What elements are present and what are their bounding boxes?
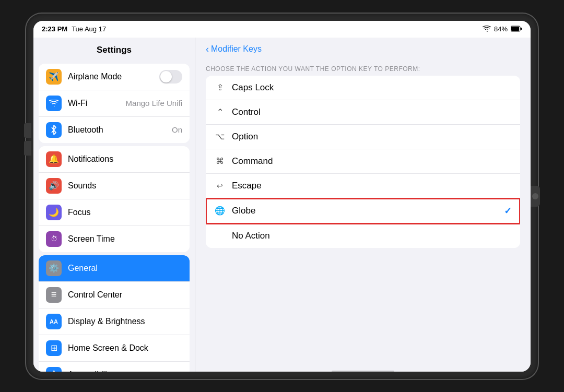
control-center-label: Control Center xyxy=(68,290,182,300)
volume-buttons xyxy=(24,123,31,156)
option-control[interactable]: ⌃ Control xyxy=(206,100,520,125)
nav-bar: ‹ Modifier Keys xyxy=(195,38,531,59)
option-caps-lock[interactable]: ⇪ Caps Lock xyxy=(206,76,520,100)
no-action-label: No Action xyxy=(232,231,512,241)
back-button[interactable]: ‹ Modifier Keys xyxy=(206,44,520,55)
globe-label: Globe xyxy=(232,206,504,216)
main-content: Settings ✈️ Airplane Mode xyxy=(33,38,531,372)
option-no-action[interactable]: No Action xyxy=(206,224,520,248)
battery-icon xyxy=(511,25,522,34)
control-center-icon: ≡ xyxy=(46,287,62,303)
section-header: CHOOSE THE ACTION YOU WANT THE OPTION KE… xyxy=(195,59,531,76)
home-bar xyxy=(332,371,394,372)
option-globe[interactable]: 🌐 Globe ✓ xyxy=(206,198,520,224)
battery-level: 84% xyxy=(494,25,508,33)
caps-lock-icon: ⇪ xyxy=(214,82,226,92)
sidebar: Settings ✈️ Airplane Mode xyxy=(33,38,195,372)
command-icon: ⌘ xyxy=(214,156,226,166)
status-date: Tue Aug 17 xyxy=(72,25,106,33)
sidebar-item-general[interactable]: ⚙️ General xyxy=(39,255,190,282)
focus-label: Focus xyxy=(68,208,182,217)
sidebar-group-2: 🔔 Notifications 🔊 Sounds 🌙 Focus ⏱ Scree… xyxy=(39,146,190,252)
sidebar-item-screen-time[interactable]: ⏱ Screen Time xyxy=(39,226,190,252)
back-chevron-icon: ‹ xyxy=(206,44,209,55)
sidebar-item-sounds[interactable]: 🔊 Sounds xyxy=(39,173,190,199)
sidebar-group-1: ✈️ Airplane Mode xyxy=(39,64,190,143)
control-label: Control xyxy=(232,107,512,117)
notifications-icon: 🔔 xyxy=(46,151,62,167)
sidebar-item-wifi[interactable]: Wi-Fi Mango Life Unifi xyxy=(39,90,190,117)
general-icon: ⚙️ xyxy=(46,260,62,276)
accessibility-icon xyxy=(46,367,62,372)
display-label: Display & Brightness xyxy=(68,317,182,326)
wifi-setting-icon xyxy=(46,96,62,111)
option-key-icon: ⌥ xyxy=(214,132,226,141)
caps-lock-label: Caps Lock xyxy=(232,82,512,93)
option-command[interactable]: ⌘ Command xyxy=(206,149,520,174)
screen-time-icon: ⏱ xyxy=(46,231,62,247)
status-right: 84% xyxy=(483,25,522,34)
home-indicator xyxy=(195,356,531,372)
sidebar-group-3: ⚙️ General ≡ Control Center AA Display &… xyxy=(39,255,190,372)
escape-label: Escape xyxy=(232,181,512,191)
sidebar-title: Settings xyxy=(33,38,195,61)
bluetooth-icon xyxy=(46,122,62,138)
sidebar-item-display[interactable]: AA Display & Brightness xyxy=(39,308,190,335)
status-bar: 2:23 PM Tue Aug 17 84% xyxy=(33,21,531,38)
option-option[interactable]: ⌥ Option xyxy=(206,125,520,149)
status-time: 2:23 PM xyxy=(42,25,67,33)
wifi-value: Mango Life Unifi xyxy=(126,99,182,108)
control-icon: ⌃ xyxy=(214,107,226,117)
general-label: General xyxy=(68,264,182,273)
option-escape[interactable]: ↩ Escape xyxy=(206,174,520,198)
svg-point-3 xyxy=(53,371,55,372)
bluetooth-value: On xyxy=(172,125,182,134)
home-screen-icon: ⊞ xyxy=(46,340,62,356)
home-screen-label: Home Screen & Dock xyxy=(68,343,182,353)
option-label: Option xyxy=(232,132,512,142)
notifications-label: Notifications xyxy=(68,155,182,164)
side-button xyxy=(531,186,540,207)
command-label: Command xyxy=(232,156,512,167)
airplane-label: Airplane Mode xyxy=(68,72,159,81)
sidebar-item-control-center[interactable]: ≡ Control Center xyxy=(39,282,190,308)
options-list: ⇪ Caps Lock ⌃ Control ⌥ Option xyxy=(206,76,520,248)
ipad-frame: 2:23 PM Tue Aug 17 84% xyxy=(26,14,538,379)
sounds-label: Sounds xyxy=(68,181,182,191)
sidebar-item-airplane[interactable]: ✈️ Airplane Mode xyxy=(39,64,190,90)
ipad-screen: 2:23 PM Tue Aug 17 84% xyxy=(33,21,531,372)
back-label: Modifier Keys xyxy=(211,44,262,54)
right-panel: ‹ Modifier Keys CHOOSE THE ACTION YOU WA… xyxy=(195,38,531,372)
airplane-icon: ✈️ xyxy=(46,69,62,85)
screen-time-label: Screen Time xyxy=(68,234,182,244)
accessibility-label: Accessibility xyxy=(68,370,182,372)
svg-rect-1 xyxy=(511,27,519,31)
svg-rect-2 xyxy=(521,28,522,30)
globe-icon: 🌐 xyxy=(214,206,226,216)
sidebar-item-focus[interactable]: 🌙 Focus xyxy=(39,199,190,226)
sidebar-item-accessibility[interactable]: Accessibility xyxy=(39,362,190,372)
sidebar-item-home-screen[interactable]: ⊞ Home Screen & Dock xyxy=(39,335,190,362)
focus-icon: 🌙 xyxy=(46,205,62,220)
wifi-icon xyxy=(483,25,491,33)
sidebar-item-bluetooth[interactable]: Bluetooth On xyxy=(39,117,190,143)
display-icon: AA xyxy=(46,314,62,329)
checkmark-icon: ✓ xyxy=(504,205,512,217)
sidebar-item-notifications[interactable]: 🔔 Notifications xyxy=(39,146,190,173)
escape-icon: ↩ xyxy=(214,182,226,190)
airplane-toggle[interactable] xyxy=(159,70,182,84)
bluetooth-label: Bluetooth xyxy=(68,125,172,135)
wifi-label: Wi-Fi xyxy=(68,99,126,108)
sounds-icon: 🔊 xyxy=(46,178,62,194)
